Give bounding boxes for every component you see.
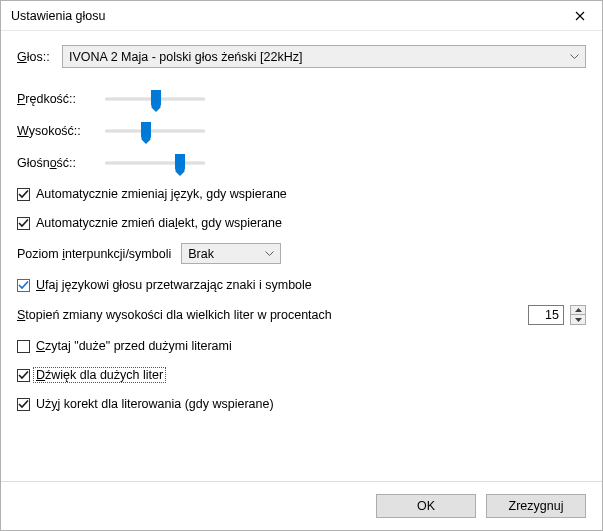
auto-dialect-row[interactable]: Automatycznie zmień dialekt, gdy wspiera… (17, 213, 586, 233)
speed-label: Prędkość:: (17, 92, 105, 106)
check-icon (18, 370, 29, 381)
say-cap-checkbox[interactable] (17, 340, 30, 353)
check-icon (18, 399, 29, 410)
say-cap-row[interactable]: Czytaj "duże" przed dużymi literami (17, 336, 586, 356)
speed-row: Prędkość:: (17, 88, 586, 110)
say-cap-label: Czytaj "duże" przed dużymi literami (36, 339, 232, 353)
capital-pitch-row: Stopień zmiany wysokości dla wielkich li… (17, 304, 586, 326)
caret-down-icon (575, 318, 582, 322)
slider-track (105, 162, 205, 165)
close-button[interactable] (557, 1, 602, 30)
auto-dialect-checkbox[interactable] (17, 217, 30, 230)
trust-lang-row[interactable]: Ufaj językowi głosu przetwarzając znaki … (17, 275, 586, 295)
window-title: Ustawienia głosu (11, 9, 106, 23)
pitch-label: Wysokość:: (17, 124, 105, 138)
caret-up-icon (575, 308, 582, 312)
trust-lang-label: Ufaj językowi głosu przetwarzając znaki … (36, 278, 312, 292)
slider-track (105, 130, 205, 133)
check-icon (18, 218, 29, 229)
check-icon (18, 189, 29, 200)
voice-combo-text: IVONA 2 Maja - polski głos żeński [22kHz… (69, 50, 579, 64)
slider-thumb[interactable] (175, 154, 185, 172)
button-bar: OK Zrezygnuj (1, 482, 602, 530)
cancel-button[interactable]: Zrezygnuj (486, 494, 586, 518)
slider-thumb[interactable] (141, 122, 151, 140)
voice-settings-dialog: Ustawienia głosu Głos:: IVONA 2 Maja - p… (0, 0, 603, 531)
spin-buttons (570, 305, 586, 325)
client-area: Głos:: IVONA 2 Maja - polski głos żeński… (1, 31, 602, 482)
spell-fix-row[interactable]: Użyj korekt dla literowania (gdy wspiera… (17, 394, 586, 414)
voice-row: Głos:: IVONA 2 Maja - polski głos żeński… (17, 45, 586, 68)
punctuation-row: Poziom interpunkcji/symboli Brak (17, 242, 586, 265)
trust-lang-checkbox[interactable] (17, 279, 30, 292)
ok-button[interactable]: OK (376, 494, 476, 518)
capital-pitch-input[interactable] (528, 305, 564, 325)
capital-pitch-label: Stopień zmiany wysokości dla wielkich li… (17, 308, 522, 322)
volume-row: Głośność:: (17, 152, 586, 174)
volume-label: Głośność:: (17, 156, 105, 170)
auto-dialect-label: Automatycznie zmień dialekt, gdy wspiera… (36, 216, 282, 230)
spin-up-button[interactable] (570, 305, 586, 315)
spin-down-button[interactable] (570, 315, 586, 325)
beep-cap-row[interactable]: Dźwięk dla dużych liter (17, 365, 586, 385)
spell-fix-checkbox[interactable] (17, 398, 30, 411)
auto-lang-row[interactable]: Automatycznie zmieniaj język, gdy wspier… (17, 184, 586, 204)
punctuation-label: Poziom interpunkcji/symboli (17, 247, 171, 261)
check-icon (18, 280, 29, 291)
beep-cap-label: Dźwięk dla dużych liter (36, 368, 163, 382)
speed-slider[interactable] (105, 88, 205, 110)
voice-label: Głos:: (17, 50, 62, 64)
titlebar: Ustawienia głosu (1, 1, 602, 31)
beep-cap-checkbox[interactable] (17, 369, 30, 382)
close-icon (575, 11, 585, 21)
ok-button-label: OK (417, 499, 435, 513)
punctuation-combo[interactable]: Brak (181, 243, 281, 264)
auto-lang-label: Automatycznie zmieniaj język, gdy wspier… (36, 187, 287, 201)
chevron-down-icon (265, 251, 274, 257)
chevron-down-icon (570, 54, 579, 60)
pitch-slider[interactable] (105, 120, 205, 142)
auto-lang-checkbox[interactable] (17, 188, 30, 201)
cancel-button-label: Zrezygnuj (509, 499, 564, 513)
spell-fix-label: Użyj korekt dla literowania (gdy wspiera… (36, 397, 274, 411)
punctuation-combo-text: Brak (188, 247, 274, 261)
voice-combo[interactable]: IVONA 2 Maja - polski głos żeński [22kHz… (62, 45, 586, 68)
volume-slider[interactable] (105, 152, 205, 174)
slider-thumb[interactable] (151, 90, 161, 108)
pitch-row: Wysokość:: (17, 120, 586, 142)
